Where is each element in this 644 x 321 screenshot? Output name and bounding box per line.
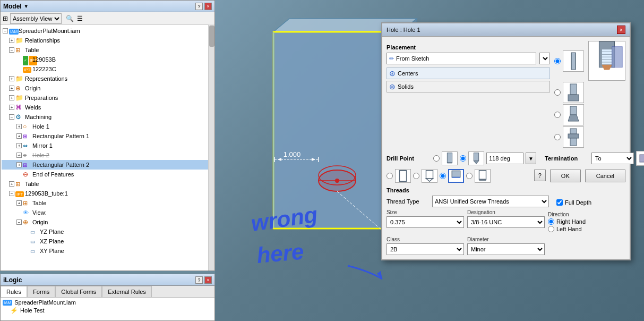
drill-angle-input[interactable]: [486, 153, 523, 164]
expand-table-root[interactable]: −: [9, 47, 14, 53]
termination-select[interactable]: To: [591, 153, 634, 164]
expand-machining[interactable]: −: [9, 114, 14, 120]
bottom-radio-1[interactable]: [387, 173, 393, 179]
expand-root[interactable]: −: [3, 28, 8, 33]
right-hand-label: Right Hand: [556, 218, 586, 225]
tree-item-representations[interactable]: + 📁 Representations: [2, 74, 213, 83]
hole-type-icon-1[interactable]: [563, 50, 584, 72]
tree-item-table2[interactable]: + ⊞ Table: [2, 179, 213, 189]
drill-radio-1[interactable]: [433, 155, 440, 162]
hole-close-btn[interactable]: ×: [617, 26, 625, 34]
tree-item-part2[interactable]: IPT 122223C: [2, 64, 213, 74]
model-close-btn[interactable]: ×: [204, 3, 212, 10]
tree-item-rect1[interactable]: + ⊞ Rectangular Pattern 1: [2, 131, 213, 141]
class-select[interactable]: 2B: [387, 243, 464, 255]
full-depth-checkbox[interactable]: [556, 199, 563, 206]
expand-relationships[interactable]: +: [9, 38, 14, 43]
search-icon[interactable]: 🔍: [66, 15, 74, 22]
hole-type-radio-4[interactable]: [554, 134, 561, 140]
full-depth-text: Full Depth: [565, 199, 591, 206]
expand-origin[interactable]: +: [9, 86, 14, 91]
tree-item-hole2[interactable]: + ○ Hole 2: [2, 150, 213, 160]
tree-item-mirror1[interactable]: + ⇔ Mirror 1: [2, 141, 213, 150]
expand-table3[interactable]: +: [16, 200, 22, 206]
view-select[interactable]: Assembly View: [10, 13, 62, 24]
diameter-select[interactable]: Minor: [467, 243, 545, 255]
bottom-radio-4[interactable]: [466, 173, 473, 179]
tree-item-yzplane[interactable]: ▭ YZ Plane: [2, 227, 213, 236]
size-select[interactable]: 0.375: [387, 216, 464, 228]
table2-icon: ⊞: [15, 180, 24, 188]
tree-item-origin[interactable]: + ⊕ Origin: [2, 83, 213, 93]
tree-item-tube[interactable]: − IPT 129053B_tube:1: [2, 189, 213, 198]
expand-preparations[interactable]: +: [9, 95, 14, 100]
thread-type-select[interactable]: ANSI Unified Screw Threads: [432, 196, 549, 207]
hole-type-radio-1[interactable]: [554, 58, 561, 64]
drill-icon-point[interactable]: [468, 151, 484, 165]
term-icon-1[interactable]: [636, 151, 644, 166]
bottom-icon-2[interactable]: [422, 169, 437, 183]
drill-icon-flat[interactable]: [442, 151, 458, 165]
expand-mirror1[interactable]: +: [16, 143, 22, 148]
tree-item-machining[interactable]: − ⚙ Machining: [2, 112, 213, 122]
designation-select[interactable]: 3/8-16 UNC: [467, 216, 545, 228]
hole-type-icon-2[interactable]: [563, 82, 584, 103]
tab-forms[interactable]: Forms: [27, 286, 55, 297]
tree-scrollbar[interactable]: [208, 24, 214, 271]
hole-type-icon-4[interactable]: [563, 126, 584, 148]
expand-rect2[interactable]: +: [16, 162, 22, 167]
tree-item-table3[interactable]: + ⊞ Table: [2, 198, 213, 208]
collapse-icon[interactable]: ☰: [77, 15, 83, 22]
hole-type-radio-3[interactable]: [554, 112, 561, 118]
tab-external-rules[interactable]: External Rules: [102, 286, 152, 297]
expand-rect1[interactable]: +: [16, 133, 22, 139]
centers-btn[interactable]: ⊛ Centers: [387, 67, 550, 79]
tree-item-root[interactable]: − IAM SpreaderPlatMount.iam: [2, 26, 213, 36]
bottom-icon-4[interactable]: [475, 169, 491, 183]
expand-origin2[interactable]: −: [16, 219, 22, 225]
tree-item-origin2[interactable]: − ⊕ Origin: [2, 217, 213, 227]
cancel-button[interactable]: Cancel: [585, 170, 625, 182]
ilogic-close-btn[interactable]: ×: [204, 276, 212, 284]
tree-item-relationships[interactable]: + 📁 Relationships: [2, 36, 213, 45]
ilogic-help-btn[interactable]: ?: [195, 276, 203, 284]
tree-item-rect2[interactable]: + ⊞ Rectangular Pattern 2: [2, 160, 213, 170]
tree-item-xyplane[interactable]: ▭ XY Plane: [2, 246, 213, 256]
model-dropdown-icon[interactable]: ▼: [24, 4, 29, 9]
tab-global-forms[interactable]: Global Forms: [55, 286, 102, 297]
bottom-icon-3[interactable]: [448, 169, 464, 183]
solids-btn[interactable]: ⊛ Solids: [387, 81, 550, 92]
tree-item-eof[interactable]: ⊖ End of Features: [2, 170, 213, 179]
bottom-icon-1[interactable]: [395, 169, 411, 183]
expand-representations[interactable]: +: [9, 76, 14, 81]
left-hand-radio[interactable]: [548, 226, 554, 232]
hole-type-row3: [554, 104, 625, 125]
tree-item-view[interactable]: 👁 View:: [2, 208, 213, 217]
hole-type-radio-2[interactable]: [554, 89, 561, 96]
expand-tube[interactable]: −: [9, 191, 14, 196]
deg-dropdown-btn[interactable]: ▼: [526, 153, 536, 164]
placement-dropdown[interactable]: ▼: [539, 53, 550, 64]
bottom-radio-2[interactable]: [413, 173, 419, 179]
bottom-radio-3[interactable]: [440, 173, 446, 179]
model-help-btn[interactable]: ?: [195, 3, 203, 10]
expand-hole1[interactable]: +: [16, 124, 22, 129]
ok-button[interactable]: OK: [550, 170, 581, 182]
expand-hole2[interactable]: +: [16, 153, 22, 158]
tree-item-xzplane[interactable]: ▭ XZ Plane: [2, 236, 213, 246]
ilogic-item-iam[interactable]: IAM SpreaderPlatMount.iam: [3, 299, 212, 306]
expand-table2[interactable]: +: [9, 181, 14, 187]
tree-item-welds[interactable]: + ⌘ Welds: [2, 103, 213, 112]
filter-icon[interactable]: ⊞: [3, 15, 8, 22]
tab-rules[interactable]: Rules: [1, 286, 27, 297]
dialog-help-btn[interactable]: ?: [534, 170, 546, 181]
tree-item-part1[interactable]: ✓ IPT 129053B: [2, 55, 213, 64]
right-hand-radio[interactable]: [548, 218, 554, 225]
drill-radio-2[interactable]: [460, 155, 466, 162]
tree-item-preparations[interactable]: + 📁 Preparations: [2, 93, 213, 103]
hole-type-icon-3[interactable]: [563, 104, 584, 125]
tree-item-hole1[interactable]: + ○ Hole 1: [2, 122, 213, 131]
expand-welds[interactable]: +: [9, 105, 14, 110]
ilogic-item-rule[interactable]: ⚡ Hole Test: [3, 306, 212, 315]
tree-item-table-root[interactable]: − ⊞ Table: [2, 45, 213, 55]
